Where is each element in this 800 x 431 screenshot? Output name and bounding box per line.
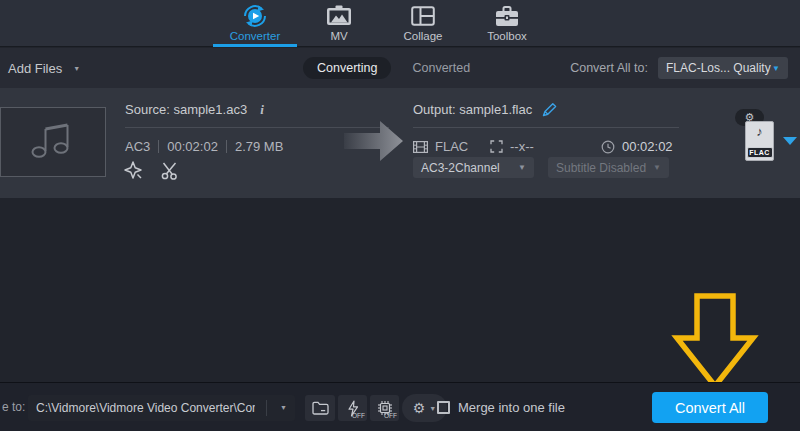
output-format-meta: FLAC bbox=[413, 139, 468, 154]
gear-icon: ⚙ bbox=[413, 401, 426, 415]
rename-pencil-icon[interactable] bbox=[542, 102, 558, 117]
gpu-accel-button[interactable]: OFF bbox=[370, 395, 399, 421]
audio-thumbnail bbox=[0, 107, 106, 177]
tutorial-down-arrow bbox=[671, 291, 759, 395]
output-duration-meta: 00:02:02 bbox=[601, 139, 673, 154]
folder-icon bbox=[312, 401, 329, 415]
subtitle-value: Subtitle Disabled bbox=[556, 161, 646, 175]
bottom-action-bar: e to: ▼ OFF bbox=[0, 382, 800, 431]
output-format-value: FLAC-Los... Quality bbox=[666, 61, 771, 75]
format-quick-dropdown-caret[interactable] bbox=[783, 137, 797, 145]
tab-toolbox[interactable]: Toolbox bbox=[465, 0, 549, 47]
music-note-icon bbox=[29, 121, 77, 163]
music-note-icon: ♪ bbox=[746, 124, 773, 139]
source-meta: AC3 00:02:02 2.79 MB bbox=[125, 139, 283, 154]
info-icon[interactable]: i bbox=[260, 102, 264, 118]
tab-converter-label: Converter bbox=[230, 30, 281, 42]
conversion-arrow-icon bbox=[344, 120, 404, 166]
format-badge-label: FLAC bbox=[747, 147, 773, 158]
source-duration: 00:02:02 bbox=[167, 139, 218, 154]
output-format-dropdown[interactable]: FLAC-Los... Quality ▼ bbox=[658, 57, 788, 79]
path-field-divider bbox=[266, 400, 267, 416]
output-resolution-meta: --x-- bbox=[490, 139, 534, 154]
source-title: Source: sample1.ac3 i bbox=[125, 102, 264, 118]
collage-icon bbox=[411, 4, 435, 28]
subtitle-dropdown[interactable]: Subtitle Disabled ▼ bbox=[548, 157, 669, 178]
output-divider bbox=[413, 127, 679, 128]
merge-option: Merge into one file bbox=[437, 383, 565, 431]
chevron-down-icon: ▼ bbox=[518, 163, 526, 172]
file-row: Source: sample1.ac3 i AC3 00:02:02 2.79 … bbox=[0, 88, 800, 198]
merge-label: Merge into one file bbox=[458, 400, 565, 415]
cut-scissors-button[interactable] bbox=[160, 160, 180, 180]
source-format: AC3 bbox=[125, 139, 150, 154]
tab-converted[interactable]: Converted bbox=[412, 61, 470, 75]
queue-state-tabs: Converting Converted bbox=[303, 48, 470, 88]
hardware-accel-button[interactable]: OFF bbox=[338, 395, 367, 421]
audio-channel-value: AC3-2Channel bbox=[421, 161, 500, 175]
gpu-off-label: OFF bbox=[384, 412, 397, 419]
convert-all-button[interactable]: Convert All bbox=[652, 392, 768, 423]
resize-icon bbox=[490, 140, 503, 153]
output-path-field: ▼ bbox=[28, 395, 295, 421]
output-duration-text: 00:02:02 bbox=[622, 139, 673, 154]
audio-channel-dropdown[interactable]: AC3-2Channel ▼ bbox=[413, 157, 534, 178]
output-path-input[interactable] bbox=[28, 395, 263, 421]
output-filename: Output: sample1.flac bbox=[413, 102, 532, 117]
source-tools bbox=[123, 160, 180, 180]
open-folder-button[interactable] bbox=[305, 395, 335, 421]
chevron-down-icon: ▼ bbox=[653, 163, 661, 172]
toolbox-icon bbox=[495, 4, 519, 28]
hardware-accel-off-label: OFF bbox=[352, 412, 365, 419]
tab-collage[interactable]: Collage bbox=[381, 0, 465, 47]
mv-icon bbox=[326, 4, 352, 28]
add-files-label: Add Files bbox=[8, 61, 62, 76]
merge-checkbox[interactable] bbox=[437, 401, 450, 414]
source-filename: Source: sample1.ac3 bbox=[125, 102, 247, 117]
chevron-down-icon: ▼ bbox=[73, 65, 80, 72]
queue-toolbar: Add Files ▼ Converting Converted Convert… bbox=[0, 48, 800, 88]
meta-separator bbox=[226, 140, 227, 153]
meta-separator bbox=[158, 140, 159, 153]
output-resolution-text: --x-- bbox=[510, 139, 534, 154]
output-title: Output: sample1.flac bbox=[413, 102, 558, 117]
add-files-button[interactable]: Add Files ▼ bbox=[8, 48, 80, 88]
top-feature-bar: Converter MV bbox=[0, 0, 800, 47]
chevron-down-icon: ▼ bbox=[429, 405, 436, 412]
chevron-down-icon[interactable]: ▼ bbox=[280, 404, 287, 411]
feature-tabs: Converter MV bbox=[213, 0, 549, 47]
tab-converting[interactable]: Converting bbox=[303, 57, 391, 79]
chevron-down-icon: ▼ bbox=[772, 64, 780, 73]
tab-collage-label: Collage bbox=[404, 30, 443, 42]
effect-edit-button[interactable] bbox=[123, 160, 143, 180]
queue-empty-area bbox=[0, 198, 800, 382]
convert-all-to-group: Convert All to: FLAC-Los... Quality ▼ bbox=[570, 48, 788, 88]
convert-all-to-label: Convert All to: bbox=[570, 61, 648, 75]
save-to-label: e to: bbox=[2, 400, 25, 414]
tab-toolbox-label: Toolbox bbox=[487, 30, 527, 42]
tab-converter[interactable]: Converter bbox=[213, 0, 297, 47]
output-format-badge[interactable]: ♪ FLAC bbox=[745, 121, 774, 161]
film-icon bbox=[413, 141, 428, 153]
source-size: 2.79 MB bbox=[235, 139, 283, 154]
vidmore-converter-window: Converter MV bbox=[0, 0, 800, 431]
converter-icon bbox=[242, 4, 268, 28]
tab-mv[interactable]: MV bbox=[297, 0, 381, 47]
clock-icon bbox=[601, 140, 615, 154]
tab-mv-label: MV bbox=[330, 30, 347, 42]
output-format-text: FLAC bbox=[435, 139, 468, 154]
